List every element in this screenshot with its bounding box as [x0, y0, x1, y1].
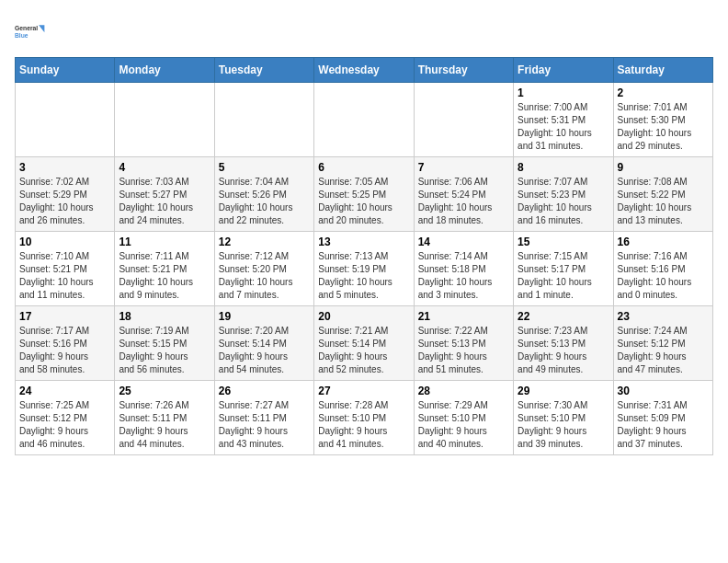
calendar-cell: 15Sunrise: 7:15 AM Sunset: 5:17 PM Dayli…	[514, 232, 613, 306]
day-number: 15	[518, 236, 609, 248]
day-number: 11	[119, 236, 210, 248]
day-number: 9	[618, 161, 709, 174]
day-info: Sunrise: 7:29 AM Sunset: 5:10 PM Dayligh…	[418, 399, 509, 451]
day-number: 16	[618, 236, 709, 248]
weekday-header-tuesday: Tuesday	[214, 58, 313, 83]
day-number: 10	[19, 236, 110, 248]
day-info: Sunrise: 7:05 AM Sunset: 5:25 PM Dayligh…	[318, 176, 409, 227]
day-number: 12	[219, 236, 310, 248]
day-number: 17	[19, 310, 110, 323]
calendar-cell: 3Sunrise: 7:02 AM Sunset: 5:29 PM Daylig…	[16, 157, 115, 232]
weekday-header-sunday: Sunday	[16, 58, 115, 83]
day-info: Sunrise: 7:15 AM Sunset: 5:17 PM Dayligh…	[518, 250, 609, 302]
day-info: Sunrise: 7:03 AM Sunset: 5:27 PM Dayligh…	[119, 176, 210, 227]
day-info: Sunrise: 7:21 AM Sunset: 5:14 PM Dayligh…	[318, 325, 409, 376]
calendar-cell: 11Sunrise: 7:11 AM Sunset: 5:21 PM Dayli…	[115, 232, 214, 306]
day-number: 2	[618, 86, 709, 99]
day-number: 23	[618, 310, 709, 323]
day-info: Sunrise: 7:24 AM Sunset: 5:12 PM Dayligh…	[618, 325, 709, 376]
calendar-cell: 8Sunrise: 7:07 AM Sunset: 5:23 PM Daylig…	[514, 157, 613, 232]
day-number: 24	[19, 385, 110, 397]
day-number: 22	[518, 310, 609, 323]
calendar-cell: 27Sunrise: 7:28 AM Sunset: 5:10 PM Dayli…	[314, 381, 414, 455]
weekday-header-row: SundayMondayTuesdayWednesdayThursdayFrid…	[16, 58, 713, 83]
calendar-cell: 23Sunrise: 7:24 AM Sunset: 5:12 PM Dayli…	[613, 306, 712, 381]
day-info: Sunrise: 7:07 AM Sunset: 5:23 PM Dayligh…	[518, 176, 609, 227]
day-number: 25	[119, 385, 210, 397]
calendar-cell: 2Sunrise: 7:01 AM Sunset: 5:30 PM Daylig…	[613, 83, 712, 157]
day-info: Sunrise: 7:11 AM Sunset: 5:21 PM Dayligh…	[119, 250, 210, 302]
day-info: Sunrise: 7:26 AM Sunset: 5:11 PM Dayligh…	[119, 399, 210, 451]
day-info: Sunrise: 7:13 AM Sunset: 5:19 PM Dayligh…	[318, 250, 409, 302]
day-number: 19	[219, 310, 310, 323]
day-number: 1	[518, 86, 609, 99]
day-number: 5	[219, 161, 310, 174]
day-info: Sunrise: 7:19 AM Sunset: 5:15 PM Dayligh…	[119, 325, 210, 376]
calendar-week-2: 3Sunrise: 7:02 AM Sunset: 5:29 PM Daylig…	[16, 157, 713, 232]
calendar-cell: 12Sunrise: 7:12 AM Sunset: 5:20 PM Dayli…	[214, 232, 313, 306]
day-number: 20	[318, 310, 409, 323]
day-info: Sunrise: 7:01 AM Sunset: 5:30 PM Dayligh…	[618, 101, 709, 153]
day-info: Sunrise: 7:00 AM Sunset: 5:31 PM Dayligh…	[518, 101, 609, 153]
day-number: 21	[418, 310, 509, 323]
day-info: Sunrise: 7:06 AM Sunset: 5:24 PM Dayligh…	[418, 176, 509, 227]
calendar-cell	[314, 83, 414, 157]
day-info: Sunrise: 7:27 AM Sunset: 5:11 PM Dayligh…	[219, 399, 310, 451]
calendar-week-5: 24Sunrise: 7:25 AM Sunset: 5:12 PM Dayli…	[16, 381, 713, 455]
svg-text:Blue: Blue	[15, 32, 28, 39]
calendar-week-4: 17Sunrise: 7:17 AM Sunset: 5:16 PM Dayli…	[16, 306, 713, 381]
logo-icon: GeneralBlue	[15, 15, 48, 48]
calendar-cell: 24Sunrise: 7:25 AM Sunset: 5:12 PM Dayli…	[16, 381, 115, 455]
weekday-header-monday: Monday	[115, 58, 214, 83]
day-number: 26	[219, 385, 310, 397]
day-number: 7	[418, 161, 509, 174]
calendar-cell: 29Sunrise: 7:30 AM Sunset: 5:10 PM Dayli…	[514, 381, 613, 455]
day-number: 29	[518, 385, 609, 397]
day-number: 14	[418, 236, 509, 248]
svg-text:General: General	[15, 25, 38, 31]
day-info: Sunrise: 7:10 AM Sunset: 5:21 PM Dayligh…	[19, 250, 110, 302]
day-info: Sunrise: 7:28 AM Sunset: 5:10 PM Dayligh…	[318, 399, 409, 451]
day-info: Sunrise: 7:08 AM Sunset: 5:22 PM Dayligh…	[618, 176, 709, 227]
calendar-cell: 18Sunrise: 7:19 AM Sunset: 5:15 PM Dayli…	[115, 306, 214, 381]
day-number: 4	[119, 161, 210, 174]
calendar-cell	[214, 83, 313, 157]
calendar-cell: 9Sunrise: 7:08 AM Sunset: 5:22 PM Daylig…	[613, 157, 712, 232]
calendar-cell: 22Sunrise: 7:23 AM Sunset: 5:13 PM Dayli…	[514, 306, 613, 381]
calendar-cell	[16, 83, 115, 157]
calendar-week-1: 1Sunrise: 7:00 AM Sunset: 5:31 PM Daylig…	[16, 83, 713, 157]
calendar-cell: 14Sunrise: 7:14 AM Sunset: 5:18 PM Dayli…	[414, 232, 513, 306]
day-info: Sunrise: 7:04 AM Sunset: 5:26 PM Dayligh…	[219, 176, 310, 227]
day-number: 27	[318, 385, 409, 397]
day-number: 6	[318, 161, 409, 174]
calendar-cell: 21Sunrise: 7:22 AM Sunset: 5:13 PM Dayli…	[414, 306, 513, 381]
calendar-cell: 5Sunrise: 7:04 AM Sunset: 5:26 PM Daylig…	[214, 157, 313, 232]
day-number: 13	[318, 236, 409, 248]
calendar-cell: 13Sunrise: 7:13 AM Sunset: 5:19 PM Dayli…	[314, 232, 414, 306]
day-number: 28	[418, 385, 509, 397]
day-info: Sunrise: 7:20 AM Sunset: 5:14 PM Dayligh…	[219, 325, 310, 376]
calendar-cell	[414, 83, 513, 157]
weekday-header-thursday: Thursday	[414, 58, 513, 83]
calendar-cell: 16Sunrise: 7:16 AM Sunset: 5:16 PM Dayli…	[613, 232, 712, 306]
calendar-table: SundayMondayTuesdayWednesdayThursdayFrid…	[15, 57, 713, 455]
calendar-cell: 17Sunrise: 7:17 AM Sunset: 5:16 PM Dayli…	[16, 306, 115, 381]
calendar-cell: 10Sunrise: 7:10 AM Sunset: 5:21 PM Dayli…	[16, 232, 115, 306]
calendar-cell: 26Sunrise: 7:27 AM Sunset: 5:11 PM Dayli…	[214, 381, 313, 455]
day-number: 8	[518, 161, 609, 174]
day-number: 3	[19, 161, 110, 174]
day-number: 30	[618, 385, 709, 397]
calendar-cell: 6Sunrise: 7:05 AM Sunset: 5:25 PM Daylig…	[314, 157, 414, 232]
calendar-cell: 4Sunrise: 7:03 AM Sunset: 5:27 PM Daylig…	[115, 157, 214, 232]
weekday-header-saturday: Saturday	[613, 58, 712, 83]
calendar-cell: 30Sunrise: 7:31 AM Sunset: 5:09 PM Dayli…	[613, 381, 712, 455]
svg-marker-2	[39, 25, 44, 32]
calendar-cell: 20Sunrise: 7:21 AM Sunset: 5:14 PM Dayli…	[314, 306, 414, 381]
day-info: Sunrise: 7:25 AM Sunset: 5:12 PM Dayligh…	[19, 399, 110, 451]
calendar-cell: 28Sunrise: 7:29 AM Sunset: 5:10 PM Dayli…	[414, 381, 513, 455]
day-info: Sunrise: 7:17 AM Sunset: 5:16 PM Dayligh…	[19, 325, 110, 376]
weekday-header-friday: Friday	[514, 58, 613, 83]
day-number: 18	[119, 310, 210, 323]
day-info: Sunrise: 7:30 AM Sunset: 5:10 PM Dayligh…	[518, 399, 609, 451]
page-header: GeneralBlue	[15, 15, 713, 48]
